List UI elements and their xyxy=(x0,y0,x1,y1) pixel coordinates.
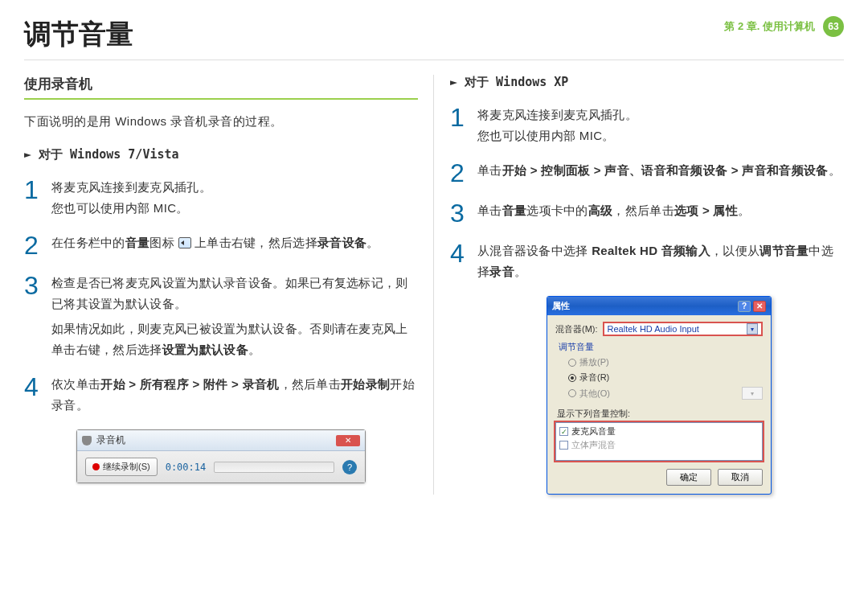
step-number: 2 xyxy=(24,232,43,258)
chk-stereo-label: 立体声混音 xyxy=(571,439,616,451)
radio-rec-label: 录音(R) xyxy=(579,372,609,384)
step-number: 3 xyxy=(450,200,469,226)
step-text-bold: 选项 > 属性 xyxy=(674,203,738,217)
step-text: 您也可以使用内部 MIC。 xyxy=(51,201,189,215)
step-text: 。 xyxy=(738,203,750,217)
step-text: 上单击右键，然后选择 xyxy=(194,236,317,249)
step-text: 。 xyxy=(514,265,526,278)
mixer-label: 混音器(M): xyxy=(555,323,598,335)
group-title: 调节音量 xyxy=(559,341,763,353)
step-text-bold: 录音设备 xyxy=(317,236,366,249)
radio-other-label: 其他(O) xyxy=(579,388,610,400)
step-number: 1 xyxy=(450,105,469,146)
step-text-bold: 音量 xyxy=(125,236,150,249)
sub-title-xp: ► 对于 Windows XP xyxy=(450,75,844,90)
step-text-bold: 开始录制 xyxy=(341,377,390,391)
step-text: ，然后单击 xyxy=(280,377,342,391)
left-column: 使用录音机 下面说明的是用 Windows 录音机录音的过程。 ► 对于 Win… xyxy=(24,75,418,495)
chapter-label: 第 2 章. 使用计算机 xyxy=(724,19,815,34)
other-mini-select[interactable]: ▾ xyxy=(742,387,763,400)
step-text: 从混音器设备中选择 xyxy=(477,244,592,257)
dialog-close-button[interactable]: ✕ xyxy=(753,301,766,312)
ok-button[interactable]: 确定 xyxy=(666,469,711,486)
microphone-icon xyxy=(82,436,92,446)
chevron-down-icon: ▾ xyxy=(747,323,758,335)
step-text: ，然后单击 xyxy=(612,203,674,217)
help-button[interactable]: ? xyxy=(342,460,357,474)
step-1-xp: 1 将麦克风连接到麦克风插孔。 您也可以使用内部 MIC。 xyxy=(450,105,844,146)
cancel-button[interactable]: 取消 xyxy=(718,469,763,486)
level-meter xyxy=(214,462,334,473)
step-text: 将麦克风连接到麦克风插孔。 xyxy=(51,180,211,194)
step-4-xp: 4 从混音器设备中选择 Realtek HD 音频输入，以便从调节音量中选择录音… xyxy=(450,240,844,281)
step-3: 3 检查是否已将麦克风设置为默认录音设备。如果已有复选标记，则已将其设置为默认设… xyxy=(24,273,418,359)
page-header: 调节音量 第 2 章. 使用计算机 63 xyxy=(24,16,844,60)
step-text: 检查是否已将麦克风设置为默认录音设备。如果已有复选标记，则已将其设置为默认设备。 xyxy=(51,273,418,314)
page-number-badge: 63 xyxy=(823,16,844,37)
right-column: ► 对于 Windows XP 1 将麦克风连接到麦克风插孔。 您也可以使用内部… xyxy=(450,75,844,495)
volume-icon xyxy=(178,237,191,248)
page-title: 调节音量 xyxy=(24,16,133,53)
step-number: 1 xyxy=(24,177,43,218)
radio-icon[interactable] xyxy=(568,359,576,367)
step-text-bold: 开始 > 控制面板 > 声音、语音和音频设备 > 声音和音频设备 xyxy=(502,163,829,177)
step-text-bold: 开始 > 所有程序 > 附件 > 录音机 xyxy=(100,377,279,391)
recorder-title-text: 录音机 xyxy=(96,433,125,447)
step-number: 2 xyxy=(450,160,469,186)
recorder-titlebar: 录音机 ✕ xyxy=(77,430,365,451)
chk-mic-label: 麦克风音量 xyxy=(571,425,616,437)
step-2: 2 在任务栏中的音量图标 上单击右键，然后选择录音设备。 xyxy=(24,232,418,258)
intro-text: 下面说明的是用 Windows 录音机录音的过程。 xyxy=(24,114,418,129)
step-text-bold: 调节音量 xyxy=(760,244,809,257)
step-text-bold: 设置为默认设备 xyxy=(162,343,248,356)
record-dot-icon xyxy=(92,463,100,470)
checkbox-icon[interactable]: ✓ xyxy=(559,427,568,436)
step-text: 单击 xyxy=(477,163,502,177)
step-text: 在任务栏中的 xyxy=(51,236,125,249)
step-text: 。 xyxy=(248,343,260,356)
step-text: 将麦克风连接到麦克风插孔。 xyxy=(477,108,637,121)
recorder-window: 录音机 ✕ 继续录制(S) 0:00:14 ? xyxy=(76,429,366,483)
step-text: 。 xyxy=(829,163,841,177)
step-text: 依次单击 xyxy=(51,377,100,391)
record-button[interactable]: 继续录制(S) xyxy=(85,458,158,476)
step-text: 您也可以使用内部 MIC。 xyxy=(477,129,615,142)
radio-icon[interactable] xyxy=(568,389,576,397)
step-number: 3 xyxy=(24,273,43,359)
dialog-title: 属性 xyxy=(552,300,570,312)
close-button[interactable]: ✕ xyxy=(336,435,360,446)
properties-dialog: 属性 ? ✕ 混音器(M): Realtek HD Audio Input ▾ … xyxy=(547,296,772,495)
dialog-help-button[interactable]: ? xyxy=(738,301,751,312)
section-title: 使用录音机 xyxy=(24,75,418,100)
step-1: 1 将麦克风连接到麦克风插孔。 您也可以使用内部 MIC。 xyxy=(24,177,418,218)
step-text-bold: 高级 xyxy=(588,203,613,217)
step-text: ，以便从 xyxy=(710,244,760,257)
step-text: 图标 xyxy=(149,236,174,249)
page-header-right: 第 2 章. 使用计算机 63 xyxy=(724,16,844,37)
step-text: 单击 xyxy=(477,203,502,217)
listbox-label: 显示下列音量控制: xyxy=(557,408,763,420)
step-4: 4 依次单击开始 > 所有程序 > 附件 > 录音机，然后单击开始录制开始录音。 xyxy=(24,374,418,415)
dialog-titlebar: 属性 ? ✕ xyxy=(547,297,771,315)
step-text-bold: 录音 xyxy=(489,265,514,278)
radio-play-label: 播放(P) xyxy=(579,356,609,368)
step-number: 4 xyxy=(450,240,469,281)
step-text: 。 xyxy=(366,236,379,249)
step-number: 4 xyxy=(24,374,43,415)
volume-controls-listbox[interactable]: ✓麦克风音量 立体声混音 xyxy=(555,422,763,461)
step-2-xp: 2 单击开始 > 控制面板 > 声音、语音和音频设备 > 声音和音频设备。 xyxy=(450,160,844,186)
mixer-select-value: Realtek HD Audio Input xyxy=(608,324,699,334)
record-time: 0:00:14 xyxy=(166,462,207,473)
step-3-xp: 3 单击音量选项卡中的高级，然后单击选项 > 属性。 xyxy=(450,200,844,226)
mixer-select[interactable]: Realtek HD Audio Input ▾ xyxy=(603,322,763,336)
record-button-label: 继续录制(S) xyxy=(103,461,150,473)
radio-icon[interactable] xyxy=(568,374,576,382)
checkbox-icon[interactable] xyxy=(559,441,568,450)
step-text-bold: Realtek HD 音频输入 xyxy=(592,244,710,257)
step-text: 选项卡中的 xyxy=(526,203,588,217)
step-text-bold: 音量 xyxy=(502,203,527,217)
sub-title-win7: ► 对于 Windows 7/Vista xyxy=(24,147,418,162)
